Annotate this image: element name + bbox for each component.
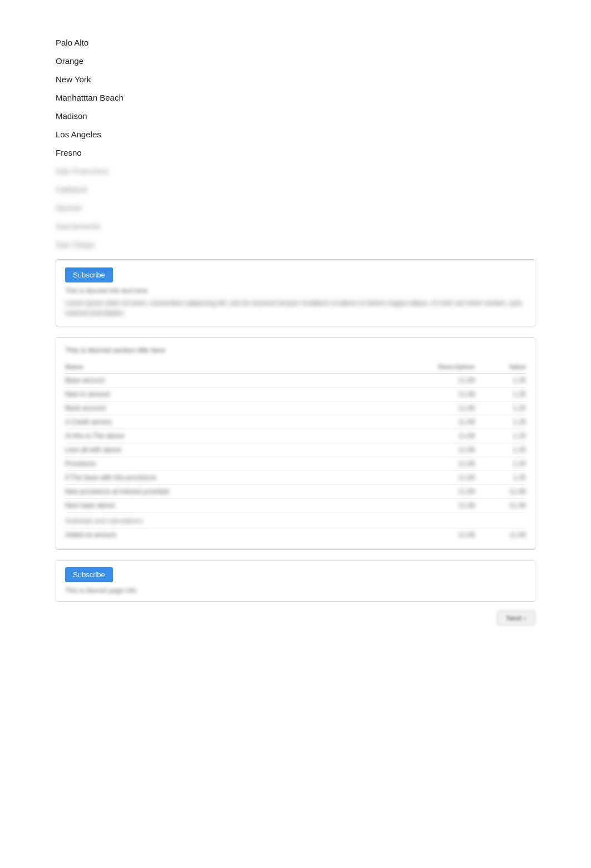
table-row: New provisions at interest provided 11.0… [65, 485, 526, 499]
section-1-inner: Subscribe This is blurred info text here [65, 267, 526, 295]
row-col2: 11.00 [368, 443, 475, 457]
subscribe-button-1[interactable]: Subscribe [65, 267, 113, 282]
pagination-bar: Next › [56, 611, 535, 626]
subscribe-button-2[interactable]: Subscribe [65, 567, 113, 582]
row-col3: 1.25 [475, 374, 526, 388]
city-item-new-york[interactable]: New York [56, 70, 535, 88]
row-col3: 1.25 [475, 471, 526, 485]
city-item-orange[interactable]: Orange [56, 52, 535, 70]
section-1-info: This is blurred info text here [65, 287, 526, 295]
row-col2: 11.00 [368, 374, 475, 388]
final-row-col3: 11.00 [475, 528, 526, 542]
final-row-col2: 11.00 [368, 528, 475, 542]
city-item-blurred-4: Sacramento [56, 217, 535, 235]
table-row: Less all with above 11.00 1.25 [65, 443, 526, 457]
table-row: Bank account 11.00 1.25 [65, 401, 526, 415]
row-col2: 11.00 [368, 485, 475, 499]
city-item-los-angeles[interactable]: Los Angeles [56, 125, 535, 143]
row-label: At this to The above [65, 429, 368, 443]
table-final-row: Added at amount 11.00 11.00 [65, 528, 526, 542]
row-col2: 11.00 [368, 415, 475, 429]
city-item-blurred-1: San Francisco [56, 162, 535, 180]
city-item-fresno[interactable]: Fresno [56, 143, 535, 162]
row-label: New provisions at interest provided [65, 485, 368, 499]
col-header-description: Description [368, 361, 475, 374]
table-row: If The base with this provisions 11.00 1… [65, 471, 526, 485]
section-1-box: Subscribe This is blurred info text here… [56, 259, 535, 326]
row-label: Base amount [65, 374, 368, 388]
section-1-paragraph: Lorem ipsum dolor sit amet, consectetur … [65, 298, 526, 318]
section-3-text: This is blurred page info [65, 587, 526, 594]
table-row: A Credit service 11.00 1.25 [65, 415, 526, 429]
col-header-value: Value [475, 361, 526, 374]
row-col3: 1.25 [475, 388, 526, 401]
row-label: Provisions [65, 457, 368, 471]
next-button[interactable]: Next › [497, 611, 535, 626]
row-col3: 1.25 [475, 401, 526, 415]
table-sub-header: Subtotals and calculations [65, 513, 526, 528]
city-item-palo-alto[interactable]: Palo Alto [56, 33, 535, 52]
row-col2: 11.00 [368, 388, 475, 401]
city-item-manhattan-beach[interactable]: Manhatttan Beach [56, 88, 535, 107]
table-section-title: This is blurred section title here [65, 346, 526, 354]
row-label: Next base above [65, 499, 368, 513]
sub-header-label: Subtotals and calculations [65, 513, 526, 528]
city-item-blurred-5: San Diego [56, 235, 535, 254]
row-col3: 11.00 [475, 499, 526, 513]
row-label: If The base with this provisions [65, 471, 368, 485]
row-col2: 11.00 [368, 457, 475, 471]
city-list: Palo Alto Orange New York Manhatttan Bea… [56, 33, 535, 254]
data-table: Name Description Value Base amount 11.00… [65, 361, 526, 542]
row-col3: 1.25 [475, 457, 526, 471]
table-row: Provisions 11.00 1.25 [65, 457, 526, 471]
table-row: Base amount 11.00 1.25 [65, 374, 526, 388]
row-col2: 11.00 [368, 471, 475, 485]
table-row: Next base above 11.00 11.00 [65, 499, 526, 513]
section-3-box: Subscribe This is blurred page info [56, 560, 535, 602]
row-col3: 11.00 [475, 485, 526, 499]
row-label: New to amount [65, 388, 368, 401]
city-item-blurred-3: Denver [56, 199, 535, 217]
table-section: This is blurred section title here Name … [56, 338, 535, 550]
final-row-label: Added at amount [65, 528, 368, 542]
table-row: At this to The above 11.00 1.25 [65, 429, 526, 443]
row-col2: 11.00 [368, 499, 475, 513]
row-col2: 11.00 [368, 429, 475, 443]
row-label: A Credit service [65, 415, 368, 429]
row-label: Less all with above [65, 443, 368, 457]
row-col3: 1.25 [475, 443, 526, 457]
col-header-name: Name [65, 361, 368, 374]
city-item-blurred-2: Oakland [56, 180, 535, 199]
city-item-madison[interactable]: Madison [56, 107, 535, 125]
row-col3: 1.25 [475, 429, 526, 443]
row-col2: 11.00 [368, 401, 475, 415]
table-row: New to amount 11.00 1.25 [65, 388, 526, 401]
row-label: Bank account [65, 401, 368, 415]
row-col3: 1.25 [475, 415, 526, 429]
